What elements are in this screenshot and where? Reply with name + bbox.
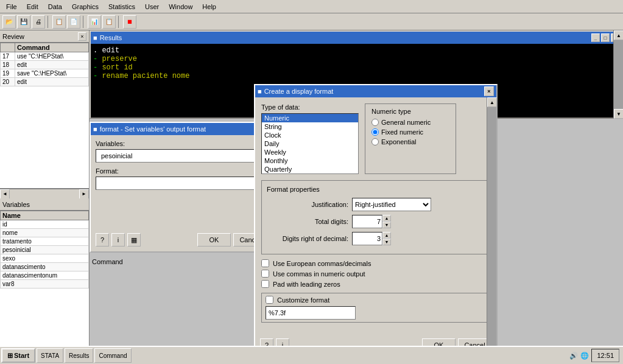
scroll-right[interactable]: ► bbox=[79, 189, 89, 199]
radio-exp-input[interactable] bbox=[371, 138, 379, 145]
results-maximize[interactable]: □ bbox=[601, 33, 610, 42]
toolbar-paste[interactable]: 📄 bbox=[67, 15, 80, 29]
radio-exponential[interactable]: Exponential bbox=[371, 138, 449, 145]
toolbar-break[interactable]: ⏹ bbox=[123, 15, 136, 29]
checkbox3-row[interactable]: Pad with leading zeros bbox=[261, 280, 490, 288]
results-title: Results bbox=[100, 34, 122, 41]
format-input[interactable] bbox=[96, 177, 261, 190]
review-scrollbar-h[interactable]: ◄ ► bbox=[0, 189, 89, 198]
checkbox1-label: Use European commas/decimals bbox=[273, 260, 371, 267]
decimal-up[interactable]: ▲ bbox=[382, 232, 391, 239]
toolbar-print[interactable]: 🖨 bbox=[32, 15, 45, 29]
dialog-close[interactable]: × bbox=[484, 86, 494, 96]
total-digits-down[interactable]: ▼ bbox=[382, 222, 391, 228]
list-item[interactable]: datanascimentonum bbox=[1, 271, 89, 280]
list-item[interactable]: sexo bbox=[1, 254, 89, 263]
menu-edit[interactable]: Edit bbox=[22, 2, 43, 12]
decimal-input[interactable] bbox=[352, 232, 382, 245]
checkbox2-row[interactable]: Use commas in numeric output bbox=[261, 270, 490, 278]
menu-help[interactable]: Help bbox=[197, 2, 221, 12]
menu-user[interactable]: User bbox=[140, 2, 164, 12]
listbox-item-string[interactable]: String bbox=[262, 122, 358, 131]
scroll-left[interactable]: ◄ bbox=[0, 189, 10, 199]
total-digits-row: Total digits: ▲ ▼ bbox=[267, 215, 485, 228]
listbox-container: Numeric String Clock Daily Weekly Monthl… bbox=[261, 113, 359, 174]
var-name: nome bbox=[1, 229, 89, 237]
list-item[interactable]: var8 bbox=[1, 280, 89, 289]
radio-general[interactable]: General numeric bbox=[371, 119, 449, 126]
toolbar-save[interactable]: 💾 bbox=[17, 15, 30, 29]
decimal-down[interactable]: ▼ bbox=[382, 239, 391, 245]
toolbar-table[interactable]: 📋 bbox=[102, 15, 116, 29]
scroll-up-results[interactable]: ▲ bbox=[614, 30, 623, 40]
taskbar-btn-1[interactable]: STATA bbox=[37, 348, 63, 363]
format-title: format - Set variables' output format bbox=[100, 125, 206, 133]
list-item[interactable]: id bbox=[1, 220, 89, 229]
info-icon[interactable]: i bbox=[111, 233, 125, 247]
toolbar-open[interactable]: 📂 bbox=[2, 15, 16, 29]
listbox-item-clock[interactable]: Clock bbox=[262, 131, 358, 139]
taskbar-btn-2[interactable]: Results bbox=[65, 348, 93, 363]
customize-checkbox[interactable] bbox=[266, 296, 273, 304]
taskbar-btn-3[interactable]: Command bbox=[94, 348, 131, 363]
scroll-down-results[interactable]: ▼ bbox=[614, 109, 623, 119]
view-icon[interactable]: ▦ bbox=[127, 233, 141, 247]
tray-icon-1: 🔊 bbox=[569, 352, 578, 360]
variables-label: Variables bbox=[2, 201, 30, 208]
review-col-num bbox=[1, 43, 15, 52]
type-listbox[interactable]: Numeric String Clock Daily Weekly Monthl… bbox=[261, 113, 359, 174]
list-item[interactable]: tratamento bbox=[1, 237, 89, 246]
listbox-item-daily[interactable]: Daily bbox=[262, 139, 358, 148]
menu-window[interactable]: Window bbox=[164, 2, 197, 12]
review-section: Command 17 use "C:\HEPStat\ 18 edit 19 s… bbox=[0, 43, 89, 189]
var-name: datanascimentonum bbox=[1, 271, 89, 280]
dialog-icon: ■ bbox=[258, 88, 262, 95]
review-col-cmd: Command bbox=[15, 43, 89, 52]
taskbar: ⊞ Start STATA Results Command 🔊 🌐 12:51 bbox=[0, 346, 623, 364]
results-minimize[interactable]: _ bbox=[591, 33, 600, 42]
justification-select[interactable]: Right-justified Left-justified Center bbox=[352, 198, 431, 211]
table-row[interactable]: 20 edit bbox=[1, 78, 89, 86]
checkbox3-input[interactable] bbox=[261, 280, 269, 288]
menu-data[interactable]: Data bbox=[43, 2, 67, 12]
total-digits-input[interactable] bbox=[352, 215, 382, 228]
toolbar-graph[interactable]: 📊 bbox=[88, 15, 101, 29]
review-close[interactable]: × bbox=[78, 32, 86, 41]
checkbox1-row[interactable]: Use European commas/decimals bbox=[261, 259, 490, 267]
toolbar-copy[interactable]: 📋 bbox=[52, 15, 66, 29]
menu-graphics[interactable]: Graphics bbox=[67, 2, 104, 12]
scroll-up-dialog[interactable]: ▲ bbox=[487, 97, 497, 107]
table-row[interactable]: 18 edit bbox=[1, 61, 89, 69]
customize-row: Customize format bbox=[266, 296, 486, 304]
radio-fixed[interactable]: Fixed numeric bbox=[371, 128, 449, 136]
variables-title: Variables bbox=[0, 198, 89, 211]
separator2 bbox=[83, 16, 85, 28]
checkbox1-input[interactable] bbox=[261, 259, 269, 267]
dialog-scrollbar[interactable]: ▲ ▼ bbox=[487, 97, 496, 357]
menu-file[interactable]: File bbox=[1, 2, 22, 12]
format-props-title: Format properties bbox=[267, 186, 485, 193]
help-icon[interactable]: ? bbox=[96, 233, 109, 247]
ok-button[interactable]: OK bbox=[197, 233, 231, 247]
review-table: Command 17 use "C:\HEPStat\ 18 edit 19 s… bbox=[0, 43, 89, 86]
listbox-item-quarterly[interactable]: Quarterly bbox=[262, 165, 358, 173]
checkbox2-input[interactable] bbox=[261, 270, 269, 278]
list-item[interactable]: datanascimento bbox=[1, 263, 89, 271]
checkbox2-label: Use commas in numeric output bbox=[273, 270, 365, 278]
taskbar-time: 12:51 bbox=[591, 349, 619, 362]
listbox-item-weekly[interactable]: Weekly bbox=[262, 148, 358, 156]
list-item[interactable]: pesoinicial bbox=[1, 246, 89, 254]
start-button[interactable]: ⊞ Start bbox=[1, 348, 35, 363]
radio-general-input[interactable] bbox=[371, 119, 379, 126]
menu-statistics[interactable]: Statistics bbox=[104, 2, 140, 12]
review-title: Review bbox=[2, 33, 24, 40]
table-row[interactable]: 17 use "C:\HEPStat\ bbox=[1, 52, 89, 61]
customize-input[interactable] bbox=[266, 306, 356, 320]
results-scrollbar[interactable]: ▲ ▼ bbox=[613, 30, 623, 119]
table-row[interactable]: 19 save "C:\HEPStat\ bbox=[1, 69, 89, 78]
listbox-item-monthly[interactable]: Monthly bbox=[262, 156, 358, 165]
list-item[interactable]: nome bbox=[1, 229, 89, 237]
radio-fixed-input[interactable] bbox=[371, 128, 379, 136]
total-digits-up[interactable]: ▲ bbox=[382, 215, 391, 222]
listbox-item-numeric[interactable]: Numeric bbox=[262, 114, 358, 122]
